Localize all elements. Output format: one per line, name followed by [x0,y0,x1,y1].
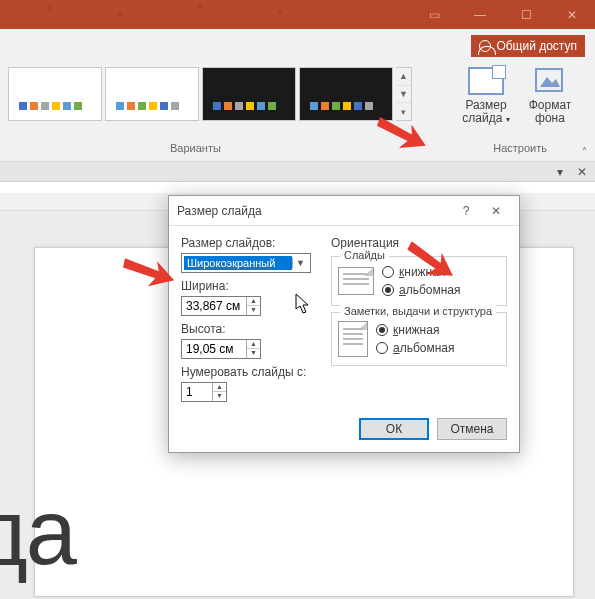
variants-group-label: Варианты [170,142,221,154]
width-label: Ширина: [181,279,317,293]
page-landscape-icon [338,267,374,295]
mouse-cursor-icon [295,293,311,315]
format-background-icon [532,67,568,95]
variants-more-button[interactable]: ▲▼▾ [396,67,412,121]
slides-legend: Слайды [340,249,389,261]
number-from-value: 1 [182,385,212,399]
close-button[interactable]: ✕ [549,0,595,29]
pane-bar: ▾ ✕ [0,162,595,182]
ok-button[interactable]: ОК [359,418,429,440]
notes-orientation-group: Заметки, выдачи и структура книжная альб… [331,312,507,366]
dialog-close-icon[interactable]: ✕ [481,196,511,226]
width-spinner[interactable]: 33,867 см ▲▼ [181,296,261,316]
ribbon: Общий доступ ▲▼▾ Размер слайда ▾ Формат … [0,29,595,162]
page-portrait-icon [338,321,368,357]
minimize-button[interactable]: — [457,0,503,29]
spinner-buttons[interactable]: ▲▼ [212,383,226,401]
variants-gallery[interactable]: ▲▼▾ [8,67,412,121]
setup-group-label: Настроить [493,142,547,154]
dialog-titlebar[interactable]: Размер слайда ? ✕ [169,196,519,226]
slide-size-button[interactable]: Размер слайда ▾ [459,67,513,126]
share-label: Общий доступ [496,39,577,53]
cancel-button[interactable]: Отмена [437,418,507,440]
height-value: 19,05 см [182,342,246,356]
ribbon-display-options-icon[interactable]: ▭ [411,0,457,29]
slide-title-fragment: да [0,480,75,585]
variant-thumb-3[interactable] [202,67,296,121]
height-spinner[interactable]: 19,05 см ▲▼ [181,339,261,359]
notes-portrait-radio[interactable]: книжная [376,323,455,337]
size-for-select[interactable]: Широкоэкранный ▼ [181,253,311,273]
maximize-button[interactable]: ☐ [503,0,549,29]
share-icon [479,40,491,52]
height-label: Высота: [181,322,317,336]
titlebar-decoration [0,0,420,29]
slide-size-line2: слайда ▾ [462,112,509,126]
notes-landscape-radio[interactable]: альбомная [376,341,455,355]
window-controls: ▭ — ☐ ✕ [411,0,595,29]
size-for-label: Размер слайдов: [181,236,317,250]
spinner-buttons[interactable]: ▲▼ [246,297,260,315]
format-background-button[interactable]: Формат фона [523,67,577,126]
variant-thumb-1[interactable] [8,67,102,121]
dialog-help-icon[interactable]: ? [451,196,481,226]
title-bar: ▭ — ☐ ✕ [0,0,595,29]
chevron-down-icon[interactable]: ▼ [292,258,308,268]
share-button[interactable]: Общий доступ [471,35,585,57]
dialog-title: Размер слайда [177,204,262,218]
number-from-spinner[interactable]: 1 ▲▼ [181,382,227,402]
setup-group: Размер слайда ▾ Формат фона [459,67,577,126]
spinner-buttons[interactable]: ▲▼ [246,340,260,358]
width-value: 33,867 см [182,299,246,313]
variant-thumb-2[interactable] [105,67,199,121]
collapse-ribbon-icon[interactable]: ˄ [582,146,587,157]
slide-size-dialog: Размер слайда ? ✕ Размер слайдов: Широко… [168,195,520,453]
slide-size-icon [468,67,504,95]
pane-dropdown-icon[interactable]: ▾ [551,164,569,180]
number-from-label: Нумеровать слайды с: [181,365,317,379]
size-for-value: Широкоэкранный [184,256,292,270]
dialog-left-column: Размер слайдов: Широкоэкранный ▼ Ширина:… [181,236,317,402]
format-bg-line2: фона [535,112,565,125]
dialog-footer: ОК Отмена [169,410,519,452]
notes-legend: Заметки, выдачи и структура [340,305,496,317]
pane-close-icon[interactable]: ✕ [573,164,591,180]
